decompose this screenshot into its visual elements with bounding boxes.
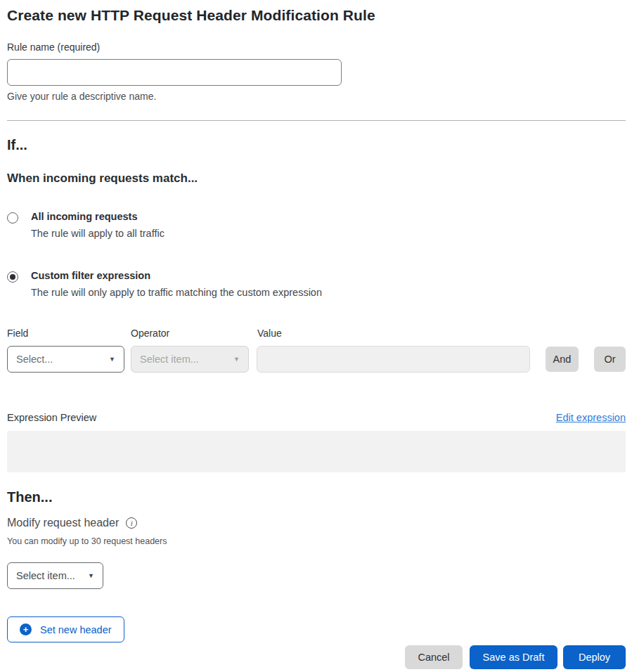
chevron-down-icon: ▼: [88, 572, 94, 579]
rule-name-help: Give your rule a descriptive name.: [7, 91, 626, 102]
or-button[interactable]: Or: [594, 347, 626, 372]
and-button[interactable]: And: [546, 347, 579, 372]
field-label: Field: [7, 328, 131, 339]
cancel-button[interactable]: Cancel: [405, 645, 463, 669]
then-heading: Then...: [7, 489, 626, 505]
footer-actions: Cancel Save as Draft Deploy: [7, 645, 626, 669]
if-heading: If...: [7, 137, 626, 153]
radio-custom-expression-icon[interactable]: [7, 271, 18, 283]
radio-all-requests-icon[interactable]: [7, 212, 18, 224]
operator-select-placeholder: Select item...: [140, 354, 199, 365]
field-select-placeholder: Select...: [16, 354, 53, 365]
radio-custom-expression-label[interactable]: Custom filter expression: [31, 270, 322, 281]
expression-builder-row: Select... ▼ Select item... ▼ And Or: [7, 346, 626, 373]
radio-all-requests-description: The rule will apply to all traffic: [31, 228, 165, 239]
expression-preview-box: [7, 431, 626, 472]
radio-option-custom-expression[interactable]: Custom filter expression The rule will o…: [7, 270, 626, 298]
radio-custom-expression-description: The rule will only apply to traffic matc…: [31, 287, 322, 298]
expression-preview-label: Expression Preview: [7, 412, 96, 423]
rule-name-label: Rule name (required): [7, 41, 626, 53]
create-rule-page: Create new HTTP Request Header Modificat…: [0, 0, 632, 672]
info-icon[interactable]: i: [126, 517, 137, 529]
page-title: Create new HTTP Request Header Modificat…: [7, 7, 626, 24]
edit-expression-link[interactable]: Edit expression: [556, 412, 626, 423]
modify-header-label: Modify request header: [7, 517, 119, 529]
deploy-button[interactable]: Deploy: [563, 645, 626, 669]
radio-option-all-requests[interactable]: All incoming requests The rule will appl…: [7, 211, 626, 239]
expression-builder-labels: Field Operator Value: [7, 328, 626, 339]
modify-header-action-line: Modify request header i: [7, 517, 626, 529]
operator-select: Select item... ▼: [131, 346, 249, 373]
operator-label: Operator: [131, 328, 257, 339]
radio-all-requests-label[interactable]: All incoming requests: [31, 211, 165, 222]
match-subheading: When incoming requests match...: [7, 172, 626, 186]
header-item-select[interactable]: Select item... ▼: [7, 562, 103, 589]
section-divider: [7, 120, 626, 121]
save-as-draft-button[interactable]: Save as Draft: [470, 645, 557, 669]
modify-header-hint: You can modify up to 30 request headers: [7, 536, 626, 546]
expression-preview-header: Expression Preview Edit expression: [7, 412, 626, 423]
rule-name-input[interactable]: [7, 59, 342, 86]
header-item-select-placeholder: Select item...: [16, 570, 75, 581]
chevron-down-icon: ▼: [109, 356, 115, 363]
value-label: Value: [257, 328, 626, 339]
field-select[interactable]: Select... ▼: [7, 346, 124, 373]
chevron-down-icon: ▼: [233, 356, 240, 363]
set-new-header-label: Set new header: [40, 624, 112, 635]
plus-icon: +: [20, 623, 32, 635]
value-input: [257, 346, 530, 373]
set-new-header-button[interactable]: + Set new header: [7, 616, 124, 642]
